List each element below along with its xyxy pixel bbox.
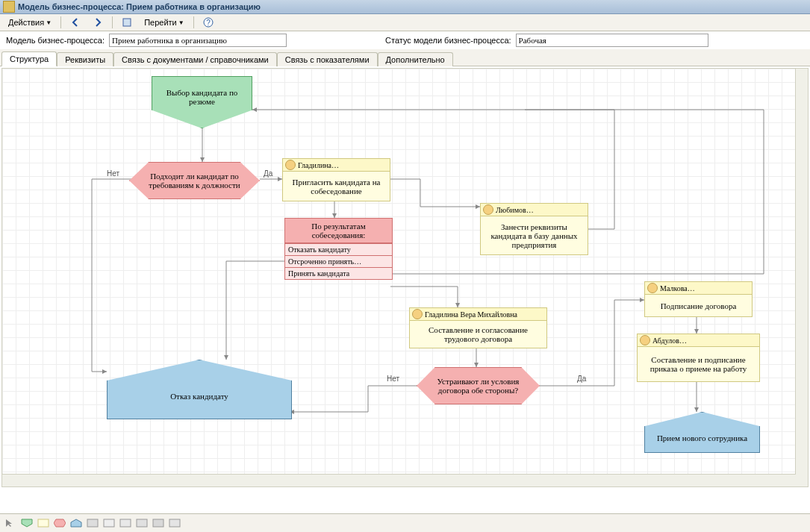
node-start[interactable]: Выбор кандидата по резюме: [152, 76, 252, 128]
palette-box5-icon[interactable]: [152, 519, 164, 528]
end-reject-text: Отказ кандидату: [170, 392, 228, 401]
person-icon: [412, 309, 423, 319]
actions-menu[interactable]: Действия▼: [3, 16, 57, 29]
tab-structure[interactable]: Структура: [1, 51, 57, 66]
svg-rect-10: [137, 519, 147, 527]
task-order-text: Составление и подписание приказа о прием…: [641, 355, 756, 373]
svg-rect-7: [87, 519, 98, 527]
task-db-owner: Любимов…: [496, 206, 534, 214]
window-icon: [3, 1, 15, 13]
dec1-yes-label: Да: [264, 169, 272, 178]
palette-box6-icon[interactable]: [169, 519, 181, 528]
svg-marker-5: [54, 519, 66, 527]
svg-marker-3: [22, 519, 32, 527]
scrollbar-horizontal[interactable]: [2, 474, 796, 486]
end-accept-text: Прием нового сотрудника: [657, 434, 747, 442]
node-end-reject[interactable]: Отказ кандидату: [107, 360, 292, 419]
help-button[interactable]: ?: [198, 15, 219, 30]
scrollbar-vertical[interactable]: [795, 69, 808, 486]
task-sign-text: Подписание договора: [661, 301, 737, 310]
tab-indicators[interactable]: Связь с показателями: [277, 52, 378, 66]
status-label: Статус модели бизнес-процесса:: [385, 36, 511, 45]
diagram-canvas[interactable]: Выбор кандидата по резюме Подходит ли ка…: [1, 68, 809, 487]
title-bar: Модель бизнес-процесса: Прием работника …: [0, 0, 810, 14]
palette-start-icon[interactable]: [21, 519, 33, 528]
person-icon: [483, 204, 493, 215]
task-order-owner: Абдулов…: [652, 337, 687, 345]
person-icon: [640, 335, 650, 345]
svg-rect-11: [153, 519, 163, 527]
task-invite-owner: Гладилина…: [298, 161, 339, 169]
tab-bar: Структура Реквизиты Связь с документами …: [0, 49, 810, 66]
switch-opt-accept[interactable]: Принять кандидата: [285, 267, 392, 279]
switch-opt-reject[interactable]: Отказать кандидату: [285, 243, 392, 255]
svg-rect-12: [169, 519, 180, 527]
node-task-sign[interactable]: Малкова… Подписание договора: [644, 281, 753, 317]
task-db-text: Занести реквизиты кандидата в базу данны…: [484, 222, 585, 249]
svg-rect-8: [104, 519, 114, 527]
svg-rect-4: [38, 519, 49, 527]
person-icon: [647, 283, 658, 293]
svg-text:?: ?: [206, 19, 211, 27]
task-invite-text: Пригласить кандидата на собеседование: [286, 178, 387, 195]
dec2-yes-label: Да: [577, 375, 586, 383]
node-decision-contract-text: Устраивают ли условия договора обе сторо…: [431, 377, 526, 395]
palette-task-icon[interactable]: [37, 519, 49, 528]
node-decision-requirements-text: Подходит ли кандидат по требованиям к до…: [145, 172, 244, 190]
tab-requisites[interactable]: Реквизиты: [57, 52, 113, 66]
palette-pointer-icon[interactable]: [4, 519, 16, 528]
dec1-no-label: Нет: [107, 169, 119, 178]
status-input[interactable]: [516, 34, 708, 47]
svg-marker-6: [71, 519, 81, 527]
task-contract-text: Составление и согласование трудового дог…: [413, 325, 543, 343]
palette-box1-icon[interactable]: [87, 519, 99, 528]
model-name-input[interactable]: [109, 34, 287, 47]
node-decision-contract-ok[interactable]: Устраивают ли условия договора обе сторо…: [417, 367, 540, 404]
goto-menu[interactable]: Перейти▼: [139, 16, 190, 29]
tab-additional[interactable]: Дополнительно: [378, 52, 453, 66]
node-start-text: Выбор кандидата по резюме: [158, 88, 246, 106]
node-switch-interview[interactable]: По результатам собеседования: Отказать к…: [284, 218, 393, 280]
nav-back-button[interactable]: [65, 15, 86, 30]
task-contract-owner: Гладилина Вера Михайловна: [425, 310, 517, 319]
window-title: Модель бизнес-процесса: Прием работника …: [18, 2, 261, 11]
node-decision-requirements[interactable]: Подходит ли кандидат по требованиям к до…: [129, 162, 260, 199]
dec2-no-label: Нет: [387, 375, 399, 383]
toolbar: Действия▼ Перейти▼ ?: [0, 14, 810, 31]
svg-rect-9: [120, 519, 131, 527]
app-window: Модель бизнес-процесса: Прием работника …: [0, 0, 810, 532]
svg-rect-0: [123, 19, 131, 26]
node-end-accept[interactable]: Прием нового сотрудника: [644, 412, 760, 453]
model-label: Модель бизнес-процесса:: [6, 36, 105, 45]
switch-title: По результатам собеседования:: [285, 219, 392, 243]
palette-box3-icon[interactable]: [119, 519, 131, 528]
palette-end-icon[interactable]: [70, 519, 82, 528]
palette-box2-icon[interactable]: [103, 519, 115, 528]
switch-opt-defer[interactable]: Отсроченно принять…: [285, 255, 392, 267]
node-task-contract[interactable]: Гладилина Вера Михайловна Составление и …: [409, 307, 547, 348]
task-sign-owner: Малкова…: [660, 284, 695, 292]
tab-doc-links[interactable]: Связь с документами / справочниками: [113, 52, 277, 66]
nav-forward-button[interactable]: [87, 15, 108, 30]
node-task-invite[interactable]: Гладилина… Пригласить кандидата на собес…: [282, 158, 390, 201]
person-icon: [285, 160, 296, 170]
node-task-order[interactable]: Абдулов… Составление и подписание приказ…: [637, 334, 760, 382]
node-task-db[interactable]: Любимов… Занести реквизиты кандидата в б…: [480, 203, 588, 255]
palette-decision-icon[interactable]: [54, 519, 66, 528]
tool-button-1[interactable]: [116, 15, 137, 30]
palette-box4-icon[interactable]: [136, 519, 148, 528]
form-row: Модель бизнес-процесса: Статус модели би…: [0, 31, 810, 49]
shape-palette: [0, 513, 810, 532]
